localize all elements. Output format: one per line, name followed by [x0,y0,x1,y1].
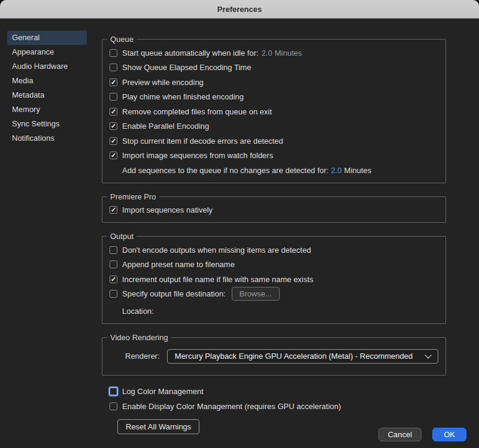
row-remove-completed: Remove completed files from queue on exi… [110,104,438,119]
reset-warnings-button[interactable]: Reset All Warnings [117,419,199,434]
sidebar-item-notifications[interactable]: Notifications [7,131,87,146]
row-location: Location: [122,304,438,319]
output-legend: Output [107,232,137,241]
row-label: Start queue automatically when idle for: [122,49,259,57]
row-watch-duration: Add sequences to the queue if no changes… [122,163,438,178]
cancel-button[interactable]: Cancel [378,428,422,441]
misc-settings: Log Color Management Enable Display Colo… [102,385,446,434]
stop-decode-errors-checkbox[interactable] [110,137,117,145]
row-label: Append preset name to filename [122,260,235,269]
renderer-row: Renderer: Mercury Playback Engine GPU Ac… [110,344,438,370]
watch-duration-unit: Minutes [344,166,372,175]
preview-encoding-checkbox[interactable] [110,78,117,86]
premiere-pro-group: Premiere Pro Import sequences natively [102,192,446,223]
sidebar-item-appearance[interactable]: Appearance [7,45,87,59]
output-group: Output Don't encode outputs when missing… [102,232,446,324]
start-queue-checkbox[interactable] [110,49,117,57]
sidebar-item-metadata[interactable]: Metadata [7,88,87,102]
window-title: Preferences [217,5,262,14]
increment-name-checkbox[interactable] [110,276,117,283]
row-label: Don't encode outputs when missing items … [122,246,311,255]
append-preset-checkbox[interactable] [110,261,117,268]
queue-legend: Queue [107,35,137,44]
location-label: Location: [122,307,154,316]
chevron-down-icon [425,352,431,358]
row-specify-destination: Specify output file destination: Browse.… [110,287,438,302]
row-label: Increment output file name if file with … [122,275,313,284]
row-label: Preview while encoding [122,78,204,87]
row-enable-display-color-management: Enable Display Color Management (require… [110,399,446,414]
row-label: Show Queue Elapsed Encoding Time [122,63,251,72]
play-chime-checkbox[interactable] [110,93,117,101]
titlebar: Preferences [0,0,479,19]
row-dont-encode-missing: Don't encode outputs when missing items … [110,243,438,258]
sidebar: General Appearance Audio Hardware Media … [0,19,96,448]
row-elapsed-time: Show Queue Elapsed Encoding Time [110,60,438,75]
sidebar-item-media[interactable]: Media [7,74,87,88]
row-parallel-encoding: Enable Parallel Encoding [110,119,438,134]
browse-button[interactable]: Browse... [232,287,280,301]
main-panel: Queue Start queue automatically when idl… [96,19,479,448]
renderer-dropdown[interactable]: Mercury Playback Engine GPU Acceleration… [167,349,438,364]
queue-group: Queue Start queue automatically when idl… [102,35,446,183]
row-label: Remove completed files from queue on exi… [122,107,272,116]
preferences-window: Preferences General Appearance Audio Har… [0,0,479,448]
row-label: Import sequences natively [122,205,213,214]
import-natively-checkbox[interactable] [110,206,117,214]
video-rendering-legend: Video Rendering [107,333,171,342]
row-label: Enable Parallel Encoding [122,122,209,131]
elapsed-time-checkbox[interactable] [110,63,117,71]
row-label: Stop current item if decode errors are d… [122,137,283,146]
row-import-watch-folders: Import image sequences from watch folder… [110,149,438,164]
row-append-preset-name: Append preset name to filename [110,258,438,273]
log-color-management-checkbox[interactable] [110,388,117,395]
row-log-color-management: Log Color Management [110,385,446,399]
sidebar-item-general[interactable]: General [7,31,87,45]
row-label: Log Color Management [122,387,204,396]
row-start-queue: Start queue automatically when idle for:… [110,46,438,60]
idle-duration-value[interactable]: 2.0 [262,49,272,57]
sidebar-item-sync-settings[interactable]: Sync Settings [7,117,87,131]
remove-completed-checkbox[interactable] [110,108,117,116]
row-label: Import image sequences from watch folder… [122,151,273,160]
specify-destination-checkbox[interactable] [110,290,117,298]
row-stop-decode-errors: Stop current item if decode errors are d… [110,134,438,149]
premiere-pro-legend: Premiere Pro [107,192,159,201]
import-watch-folders-checkbox[interactable] [110,152,117,159]
renderer-label: Renderer: [125,352,160,361]
video-rendering-group: Video Rendering Renderer: Mercury Playba… [102,333,446,376]
watch-duration-value[interactable]: 2.0 [331,166,342,175]
renderer-selected-value: Mercury Playback Engine GPU Acceleration… [175,352,426,361]
sidebar-item-memory[interactable]: Memory [7,102,87,117]
dont-encode-missing-checkbox[interactable] [110,246,117,254]
dialog-footer: Cancel OK [378,428,466,441]
parallel-encoding-checkbox[interactable] [110,122,117,130]
ok-button[interactable]: OK [432,428,466,441]
row-increment-file-name: Increment output file name if file with … [110,272,438,287]
row-label: Play chime when finished encoding [122,92,244,101]
idle-duration-unit: Minutes [275,49,302,57]
row-label: Enable Display Color Management (require… [122,402,341,411]
row-label: Specify output file destination: [122,289,226,298]
row-play-chime: Play chime when finished encoding [110,90,438,105]
row-import-sequences-natively: Import sequences natively [110,203,438,218]
display-color-management-checkbox[interactable] [110,402,117,410]
sidebar-item-audio-hardware[interactable]: Audio Hardware [7,59,87,74]
row-label: Add sequences to the queue if no changes… [122,166,329,175]
row-preview-encoding: Preview while encoding [110,75,438,90]
